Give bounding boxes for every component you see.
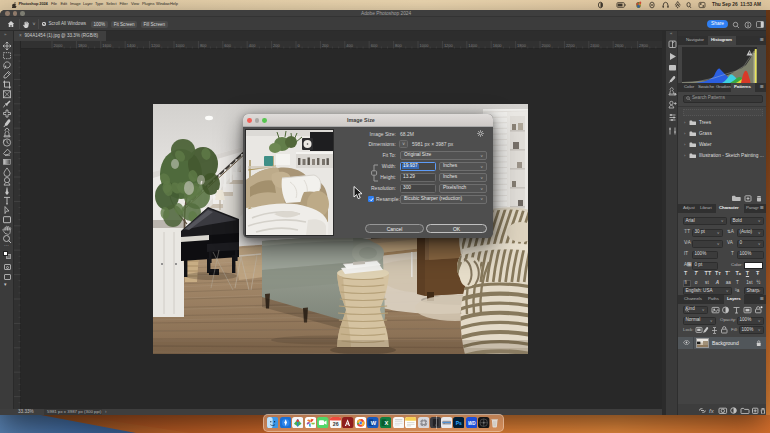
svg-text:400: 400 xyxy=(249,43,256,48)
svg-text:800: 800 xyxy=(200,43,207,48)
svg-text:0: 0 xyxy=(298,43,301,48)
svg-text:W: W xyxy=(371,420,377,426)
svg-text:WD: WD xyxy=(468,420,476,425)
svg-text:400: 400 xyxy=(346,43,353,48)
svg-text:26: 26 xyxy=(333,421,339,427)
svg-text:fx: fx xyxy=(709,407,715,413)
svg-text:600: 600 xyxy=(224,43,231,48)
svg-text:X: X xyxy=(384,420,388,426)
svg-text:Ps: Ps xyxy=(456,419,462,425)
svg-text:200: 200 xyxy=(273,43,280,48)
svg-text:600: 600 xyxy=(371,43,378,48)
svg-text:800: 800 xyxy=(395,43,402,48)
svg-text:200: 200 xyxy=(322,43,329,48)
